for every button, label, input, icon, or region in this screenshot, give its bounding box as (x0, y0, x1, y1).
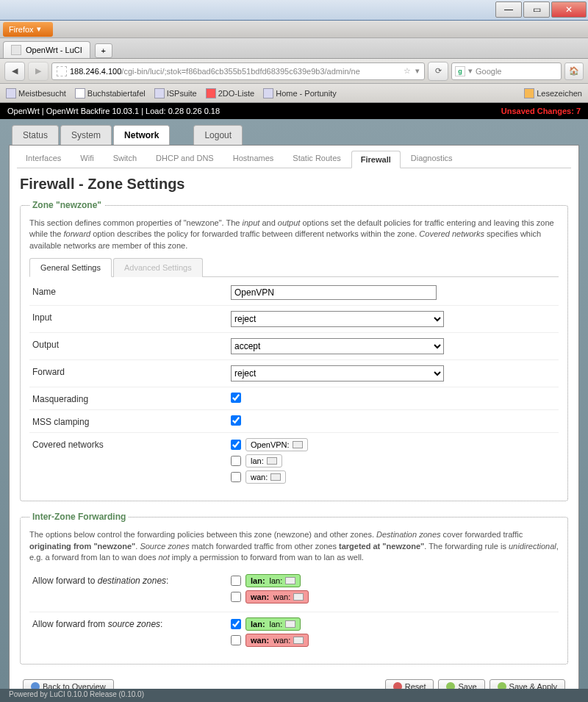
subtab-interfaces[interactable]: Interfaces (17, 150, 70, 168)
zone-chip: lan: lan: (245, 574, 301, 587)
label-src: Allow forward from source zones: (32, 617, 231, 629)
site-identity-icon (57, 66, 67, 76)
address-bar[interactable]: 188.246.4.100/cgi-bin/luci/;stok=f86bad6… (51, 62, 425, 80)
window-close-button[interactable]: ✕ (551, 1, 587, 18)
label-name: Name (32, 285, 231, 297)
bookmark-item[interactable]: Home - Portunity (263, 88, 337, 99)
masq-checkbox[interactable] (231, 393, 241, 403)
reload-button[interactable]: ⟳ (428, 62, 448, 81)
back-to-overview-button[interactable]: Back to Overview (23, 679, 114, 689)
input-select[interactable]: reject (231, 311, 444, 327)
covered-checkbox[interactable] (231, 456, 241, 466)
output-select[interactable]: accept (231, 338, 444, 354)
label-forward: Forward (32, 365, 231, 377)
subtab-static-routes[interactable]: Static Routes (284, 150, 349, 168)
zone-checkbox[interactable] (231, 619, 241, 629)
bookmark-star-icon[interactable]: ☆ (404, 66, 411, 76)
bookmark-icon (206, 88, 216, 99)
zone-chip: wan: wan: (245, 590, 309, 603)
row-dest-zones: Allow forward to destination zones: lan:… (29, 569, 559, 612)
subtab-diagnostics[interactable]: Diagnostics (402, 150, 462, 168)
network-chip: wan: (245, 470, 286, 484)
firefox-toolbar: ◀ ▶ 188.246.4.100/cgi-bin/luci/;stok=f86… (0, 59, 588, 84)
mss-checkbox[interactable] (231, 415, 241, 426)
reset-icon (393, 682, 402, 689)
tab-advanced-settings[interactable]: Advanced Settings (113, 258, 203, 277)
row-output: Output accept (29, 333, 559, 360)
forward-button[interactable]: ▶ (28, 62, 49, 81)
tab-status[interactable]: Status (12, 125, 59, 145)
bookmark-item[interactable]: 2DO-Liste (206, 88, 255, 99)
tab-system[interactable]: System (60, 125, 112, 145)
subtab-dhcp[interactable]: DHCP and DNS (147, 150, 223, 168)
reset-button[interactable]: Reset (385, 679, 434, 689)
subtab-hostnames[interactable]: Hostnames (224, 150, 283, 168)
url-host: 188.246.4.100 (70, 67, 121, 76)
row-src-zones: Allow forward from source zones: lan: la… (29, 612, 559, 655)
row-input: Input reject (29, 306, 559, 333)
window-titlebar: — ▭ ✕ (0, 0, 588, 21)
browser-tab-title: OpenWrt - LuCI (26, 46, 82, 54)
row-masquerading: Masquerading (29, 387, 559, 410)
url-path: /cgi-bin/luci/;stok=f86bad6cb355b51bdfd6… (121, 67, 359, 76)
openwrt-header: OpenWrt | OpenWrt Backfire 10.03.1 | Loa… (0, 103, 588, 119)
name-input[interactable] (231, 285, 437, 300)
firefox-app-button[interactable]: Firefox ▾ (3, 22, 53, 37)
search-box[interactable]: g ▾ Google (451, 62, 562, 80)
save-apply-button[interactable]: Save & Apply (490, 679, 565, 689)
header-status: OpenWrt | OpenWrt Backfire 10.03.1 | Loa… (7, 107, 501, 115)
back-button[interactable]: ◀ (4, 62, 25, 81)
window-minimize-button[interactable]: — (495, 1, 522, 18)
new-tab-button[interactable]: + (95, 43, 112, 58)
footer: Powered by LuCI 0.10.0 Release (0.10.0) (0, 689, 588, 702)
page-title: Firewall - Zone Settings (20, 176, 568, 193)
back-icon (31, 682, 40, 689)
firefox-tabstrip: OpenWrt - LuCI + (0, 38, 588, 59)
bookmarks-menu[interactable]: Lesezeichen (524, 88, 582, 99)
label-input: Input (32, 311, 231, 323)
save-button[interactable]: Save (438, 679, 484, 689)
bookmark-item[interactable]: ISPsuite (154, 88, 197, 99)
interzone-description: The options below control the forwarding… (29, 529, 559, 563)
zone-checkbox[interactable] (231, 576, 241, 586)
row-mss-clamping: MSS clamping (29, 410, 559, 433)
bookmark-item[interactable]: Meistbesucht (6, 88, 66, 99)
bookmarks-toolbar: Meistbesucht Buchstabiertafel ISPsuite 2… (0, 84, 588, 103)
label-output: Output (32, 338, 231, 350)
dropdown-icon[interactable]: ▾ (415, 66, 420, 76)
zone-checkbox[interactable] (231, 592, 241, 602)
label-masq: Masquerading (32, 393, 231, 404)
bookmark-icon (263, 88, 273, 99)
tab-general-settings[interactable]: General Settings (29, 258, 112, 277)
covered-checkbox[interactable] (231, 472, 241, 482)
zone-checkbox[interactable] (231, 635, 241, 645)
subtab-wifi[interactable]: Wifi (71, 150, 102, 168)
subtab-switch[interactable]: Switch (104, 150, 146, 168)
content-area: Firewall - Zone Settings Zone "newzone" … (10, 168, 578, 689)
save-icon (446, 682, 455, 689)
interzone-legend: Inter-Zone Forwarding (29, 512, 129, 522)
page-icon (11, 45, 21, 55)
chevron-down-icon: ▾ (37, 24, 41, 34)
zone-fieldset: Zone "newzone" This section defines comm… (20, 200, 568, 501)
forward-select[interactable]: reject (231, 365, 444, 382)
sub-tabs: Interfaces Wifi Switch DHCP and DNS Host… (10, 146, 578, 168)
bookmark-icon (524, 88, 534, 99)
bookmark-item[interactable]: Buchstabiertafel (75, 88, 146, 99)
zone-description: This section defines common properties o… (29, 218, 559, 251)
tab-logout[interactable]: Logout (193, 125, 243, 145)
home-button[interactable]: 🏠 (564, 62, 584, 80)
firefox-menubar: Firefox ▾ (0, 21, 588, 38)
chevron-down-icon[interactable]: ▾ (468, 66, 473, 76)
zone-legend: Zone "newzone" (29, 200, 104, 210)
window-maximize-button[interactable]: ▭ (523, 1, 550, 18)
row-name: Name (29, 280, 559, 306)
zone-chip: wan: wan: (245, 634, 309, 647)
tab-network[interactable]: Network (113, 125, 170, 145)
covered-checkbox[interactable] (231, 440, 241, 450)
browser-tab[interactable]: OpenWrt - LuCI (3, 41, 90, 58)
unsaved-changes[interactable]: Unsaved Changes: 7 (501, 107, 581, 115)
subtab-firewall[interactable]: Firewall (351, 151, 401, 168)
apply-icon (498, 682, 506, 689)
bookmark-icon (75, 88, 85, 99)
